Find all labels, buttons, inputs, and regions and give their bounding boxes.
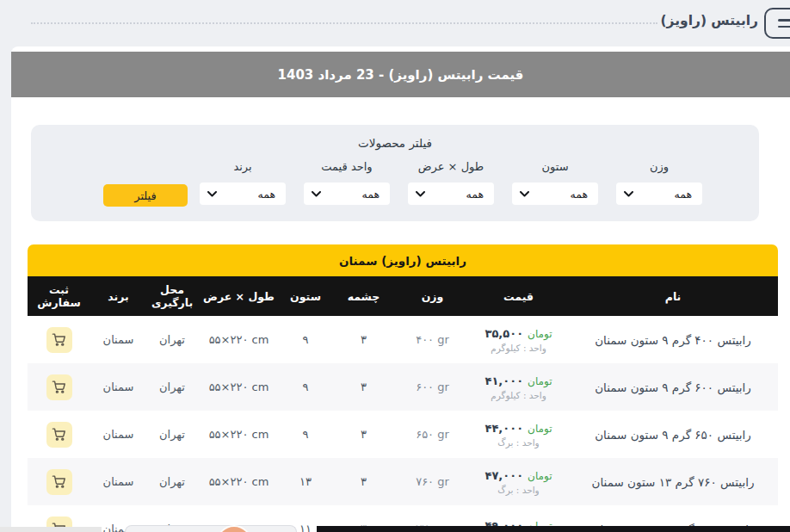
filter-panel-title: فیلتر محصولات — [31, 136, 759, 150]
filter-fields: وزن همه ستون همه طول × عرض همه واحد قیمت — [200, 160, 702, 205]
filter-selected-value: همه — [466, 188, 484, 201]
order-cell — [28, 374, 90, 400]
price-value: ۴۱,۰۰۰ — [484, 374, 523, 387]
chevron-down-icon — [416, 191, 425, 197]
filter-label: طول × عرض — [418, 160, 484, 173]
cart-icon — [52, 380, 66, 394]
weight-value: ۷۶۰ gr — [396, 475, 469, 488]
size-value: ۵۵×۲۲۰ cm — [198, 428, 280, 441]
unit-label: واحد : کیلوگرم — [491, 343, 546, 353]
price-line: ۴۱,۰۰۰ تومان — [484, 374, 552, 387]
cart-icon — [52, 427, 66, 442]
filter-dropdown[interactable]: همه — [512, 182, 598, 205]
filter-panel: فیلتر محصولات وزن همه ستون همه طول × عرض… — [31, 125, 759, 221]
price-cell: ۴۱,۰۰۰ تومان واحد : کیلوگرم — [469, 374, 568, 400]
column-header: طول × عرض — [198, 290, 280, 303]
product-name: رابیتس ۴۰۰ گرم ۹ ستون سمنان — [568, 333, 778, 347]
price-value: ۴۷,۰۰۰ — [484, 469, 523, 482]
filter-dropdown[interactable]: همه — [200, 182, 286, 205]
sotoon-value: ۹ — [280, 428, 331, 441]
add-to-cart-button[interactable] — [46, 469, 72, 495]
filter-selected-value: همه — [570, 188, 588, 201]
weight-value: ۶۰۰ gr — [396, 380, 469, 393]
size-value: ۵۵×۲۲۰ cm — [198, 475, 280, 488]
loading-location-value: تهران — [146, 428, 198, 441]
order-cell — [28, 327, 90, 353]
cart-icon — [52, 474, 66, 489]
bottom-black-bar — [317, 526, 790, 532]
add-to-cart-button[interactable] — [46, 422, 72, 448]
add-to-cart-button[interactable] — [46, 327, 72, 353]
brand-value: سمنان — [90, 475, 146, 488]
filter-dropdown[interactable]: همه — [408, 182, 494, 205]
cheshmeh-value: ۳ — [331, 475, 396, 488]
top-bar: رابیتس (راویز) — [0, 0, 790, 46]
table-row: رابیتس ۶۰۰ گرم ۹ ستون سمنان ۴۱,۰۰۰ تومان… — [28, 363, 778, 411]
unit-label: واحد : برگ — [497, 437, 539, 448]
price-value: ۳۵,۵۰۰ — [484, 327, 523, 340]
price-line: ۳۵,۵۰۰ تومان — [484, 327, 552, 340]
chevron-down-icon — [624, 191, 633, 197]
filter-selected-value: همه — [361, 188, 380, 201]
loading-location-value: تهران — [146, 380, 198, 393]
loading-location-value: تهران — [146, 475, 198, 488]
chevron-down-icon — [207, 191, 217, 197]
hamburger-icon — [778, 19, 790, 22]
filter-dropdown[interactable]: همه — [616, 182, 702, 205]
add-to-cart-button[interactable] — [46, 374, 72, 400]
filter-submit-button[interactable]: فیلتر — [103, 184, 188, 207]
order-cell — [28, 469, 90, 495]
filter-label: وزن — [650, 160, 669, 173]
size-value: ۵۵×۲۲۰ cm — [198, 333, 280, 346]
currency-label: تومان — [528, 328, 552, 340]
filter-label: برند — [233, 160, 251, 173]
table-body: رابیتس ۴۰۰ گرم ۹ ستون سمنان ۳۵,۵۰۰ تومان… — [28, 316, 778, 532]
cheshmeh-value: ۳ — [331, 380, 396, 393]
table-title: رابیتس (راویز) سمنان — [28, 244, 778, 276]
page-title: رابیتس (راویز) — [660, 13, 758, 28]
hamburger-icon — [778, 26, 790, 28]
unit-label: واحد : کیلوگرم — [491, 390, 546, 400]
sotoon-value: ۹ — [280, 333, 331, 346]
column-header: نام — [568, 290, 778, 303]
price-table: رابیتس (راویز) سمنان نامقیمتوزنچشمهستونط… — [28, 244, 778, 532]
sotoon-value: ۱۳ — [280, 475, 331, 488]
floating-widget[interactable] — [125, 525, 297, 532]
bottom-scroll-strip — [0, 527, 102, 532]
loading-location-value: تهران — [146, 333, 198, 346]
weight-value: ۶۵۰ gr — [396, 428, 469, 441]
page: رابیتس (راویز) قیمت رابیتس (راویز) - 23 … — [0, 0, 790, 532]
filter-label: ستون — [541, 160, 568, 173]
column-header: قیمت — [469, 290, 568, 303]
dotted-divider — [31, 22, 657, 24]
currency-label: تومان — [528, 470, 552, 482]
cheshmeh-value: ۳ — [331, 428, 396, 441]
column-header: برند — [90, 290, 146, 303]
table-row: رابیتس ۶۵۰ گرم ۹ ستون سمنان ۴۴,۰۰۰ تومان… — [28, 411, 778, 458]
filter-group: برند همه — [200, 160, 286, 205]
filter-dropdown[interactable]: همه — [304, 182, 390, 205]
column-header: ثبت سفارش — [28, 283, 90, 309]
filter-selected-value: همه — [674, 188, 692, 201]
table-row: رابیتس ۴۰۰ گرم ۹ ستون سمنان ۳۵,۵۰۰ تومان… — [28, 316, 778, 363]
price-cell: ۴۴,۰۰۰ تومان واحد : برگ — [469, 422, 568, 448]
brand-value: سمنان — [90, 428, 146, 441]
price-line: ۴۴,۰۰۰ تومان — [484, 422, 552, 435]
product-name: رابیتس ۶۰۰ گرم ۹ ستون سمنان — [568, 380, 778, 394]
filter-selected-value: همه — [257, 188, 275, 201]
content-card: قیمت رابیتس (راویز) - 23 مرداد 1403 فیلت… — [11, 46, 790, 532]
cart-icon — [52, 332, 66, 347]
brand-value: سمنان — [90, 380, 146, 393]
table-header-row: نامقیمتوزنچشمهستونطول × عرضمحل بارگیریبر… — [28, 276, 778, 316]
price-banner: قیمت رابیتس (راویز) - 23 مرداد 1403 — [11, 52, 790, 97]
product-name: رابیتس ۶۵۰ گرم ۹ ستون سمنان — [568, 428, 778, 442]
filter-group: ستون همه — [512, 160, 598, 205]
column-header: ستون — [280, 290, 331, 303]
currency-label: تومان — [528, 423, 552, 435]
weight-value: ۴۰۰ gr — [396, 333, 469, 346]
table-row: رابیتس ۷۶۰ گرم ۱۳ ستون سمنان ۴۷,۰۰۰ توما… — [28, 458, 778, 505]
hamburger-menu-button[interactable] — [764, 8, 790, 39]
column-header: چشمه — [331, 290, 396, 303]
column-header: وزن — [396, 290, 469, 303]
price-cell: ۳۵,۵۰۰ تومان واحد : کیلوگرم — [469, 327, 568, 353]
